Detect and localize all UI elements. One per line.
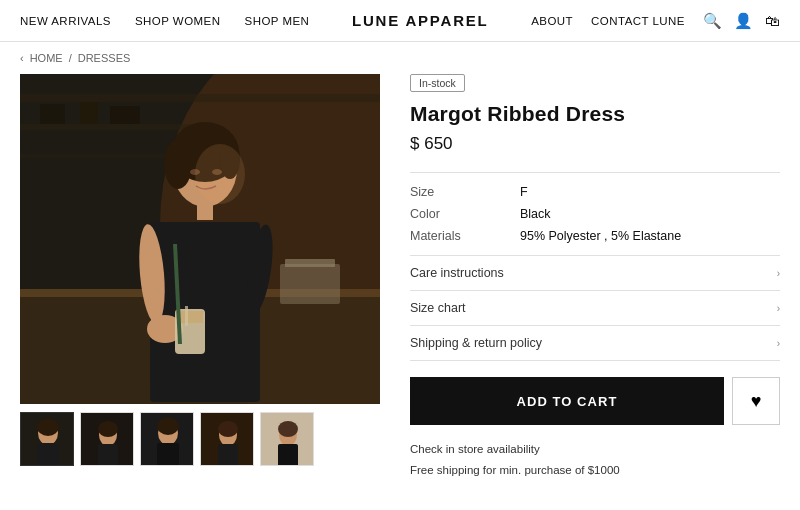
svg-rect-14 [197, 202, 213, 220]
main-content: In-stock Margot Ribbed Dress $ 650 Size … [0, 74, 800, 480]
free-shipping-note: Free shipping for min. purchase of $1000 [410, 460, 780, 481]
attr-size-label: Size [410, 185, 520, 199]
svg-point-12 [164, 139, 192, 189]
header-right: ABOUT CONTACT LUNE 🔍 👤 🛍 [531, 12, 780, 30]
attr-color: Color Black [410, 207, 780, 221]
product-notes: Check in store availability Free shippin… [410, 439, 780, 480]
accordion-shipping[interactable]: Shipping & return policy › [410, 326, 780, 361]
svg-rect-22 [185, 306, 188, 326]
nav-shop-women[interactable]: SHOP WOMEN [135, 15, 221, 27]
attr-size-value: F [520, 185, 528, 199]
svg-rect-44 [218, 444, 238, 466]
thumbnail-3[interactable] [140, 412, 194, 466]
attr-color-value: Black [520, 207, 551, 221]
thumbnail-2[interactable] [80, 412, 134, 466]
thumbnails-row [20, 412, 380, 466]
product-attributes: Size F Color Black Materials 95% Polyest… [410, 172, 780, 243]
header-icons: 🔍 👤 🛍 [703, 12, 780, 30]
svg-rect-27 [280, 264, 340, 304]
in-stock-badge: In-stock [410, 74, 465, 92]
add-to-cart-button[interactable]: ADD TO CART [410, 377, 724, 425]
accordion-care-label: Care instructions [410, 266, 504, 280]
attr-materials-label: Materials [410, 229, 520, 243]
nav-contact-lune[interactable]: CONTACT LUNE [591, 15, 685, 27]
accordion-size-chart[interactable]: Size chart › [410, 291, 780, 326]
product-details: In-stock Margot Ribbed Dress $ 650 Size … [410, 74, 780, 480]
svg-point-35 [98, 421, 118, 437]
svg-point-26 [195, 144, 245, 204]
product-price: $ 650 [410, 134, 780, 154]
attr-materials: Materials 95% Polyester , 5% Elastane [410, 229, 780, 243]
cart-icon[interactable]: 🛍 [765, 12, 780, 29]
svg-rect-2 [20, 94, 380, 102]
accordion-care[interactable]: Care instructions › [410, 256, 780, 291]
site-header: NEW ARRIVALS SHOP WOMEN SHOP MEN LUNE AP… [0, 0, 800, 42]
site-logo[interactable]: LUNE APPAREL [352, 12, 489, 29]
breadcrumb-separator: / [69, 52, 72, 64]
product-name: Margot Ribbed Dress [410, 102, 780, 126]
svg-point-39 [157, 417, 179, 435]
nav-left: NEW ARRIVALS SHOP WOMEN SHOP MEN [20, 15, 309, 27]
attr-materials-value: 95% Polyester , 5% Elastane [520, 229, 681, 243]
svg-point-47 [278, 421, 298, 437]
svg-point-43 [218, 421, 238, 437]
wishlist-button[interactable]: ♥ [732, 377, 780, 425]
accordion-size-chart-label: Size chart [410, 301, 466, 315]
breadcrumb-current: DRESSES [78, 52, 131, 64]
accordion-shipping-chevron: › [777, 338, 780, 349]
accordion-size-chart-chevron: › [777, 303, 780, 314]
svg-point-31 [37, 418, 59, 436]
accordion-section: Care instructions › Size chart › Shippin… [410, 255, 780, 361]
product-image-svg [20, 74, 380, 404]
nav-shop-men[interactable]: SHOP MEN [245, 15, 310, 27]
accordion-shipping-label: Shipping & return policy [410, 336, 542, 350]
svg-rect-7 [110, 106, 140, 124]
nav-about[interactable]: ABOUT [531, 15, 573, 27]
svg-rect-32 [37, 443, 59, 466]
svg-rect-28 [285, 259, 335, 267]
cart-section: ADD TO CART ♥ [410, 377, 780, 425]
svg-rect-5 [40, 104, 65, 124]
breadcrumb: ‹ HOME / DRESSES [0, 42, 800, 74]
attr-color-label: Color [410, 207, 520, 221]
svg-rect-21 [177, 311, 203, 323]
svg-rect-6 [80, 102, 98, 124]
thumbnail-5[interactable] [260, 412, 314, 466]
svg-rect-3 [20, 124, 200, 130]
search-icon[interactable]: 🔍 [703, 12, 722, 30]
svg-rect-36 [98, 444, 118, 466]
image-section [20, 74, 380, 480]
svg-rect-48 [278, 444, 298, 466]
store-availability-note: Check in store availability [410, 439, 780, 460]
svg-rect-40 [157, 443, 179, 466]
breadcrumb-home[interactable]: HOME [30, 52, 63, 64]
accordion-care-chevron: › [777, 268, 780, 279]
attr-size: Size F [410, 185, 780, 199]
back-chevron[interactable]: ‹ [20, 52, 24, 64]
thumbnail-1[interactable] [20, 412, 74, 466]
product-main-image [20, 74, 380, 404]
nav-new-arrivals[interactable]: NEW ARRIVALS [20, 15, 111, 27]
account-icon[interactable]: 👤 [734, 12, 753, 30]
heart-icon: ♥ [751, 391, 762, 412]
thumbnail-4[interactable] [200, 412, 254, 466]
svg-rect-16 [150, 222, 260, 402]
